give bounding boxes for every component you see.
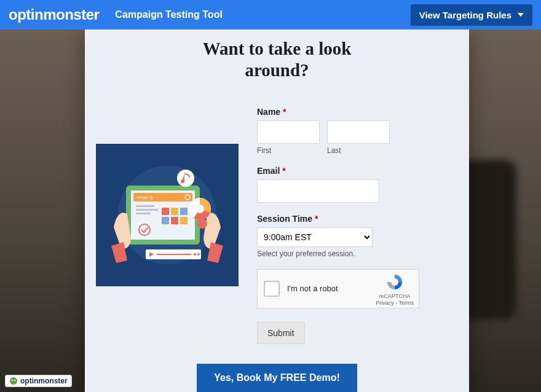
svg-rect-8 bbox=[136, 213, 151, 214]
svg-rect-12 bbox=[162, 217, 169, 224]
svg-point-26 bbox=[12, 380, 14, 382]
dropdown-label: View Targeting Rules bbox=[419, 10, 511, 20]
svg-point-18 bbox=[195, 205, 204, 213]
session-help-text: Select your preferred session. bbox=[257, 249, 452, 258]
svg-point-16 bbox=[177, 170, 194, 187]
email-input[interactable] bbox=[257, 179, 379, 203]
headline-line2: around? bbox=[245, 60, 309, 80]
brand-logo: optinmonster bbox=[9, 6, 103, 23]
first-sublabel: First bbox=[257, 146, 320, 155]
session-label: Session Time bbox=[257, 214, 312, 224]
last-sublabel: Last bbox=[327, 146, 390, 155]
svg-text:What is: What is bbox=[136, 195, 153, 200]
svg-rect-14 bbox=[180, 217, 188, 224]
illustration-panel: What is bbox=[96, 144, 239, 286]
top-bar: optinmonster Campaign Testing Tool View … bbox=[0, 0, 541, 29]
recaptcha-badge: reCAPTCHA Privacy - Terms bbox=[376, 273, 414, 307]
demo-form: Name * First Last Email * Session bbox=[257, 107, 452, 344]
submit-button[interactable]: Submit bbox=[257, 322, 305, 344]
svg-rect-10 bbox=[171, 208, 178, 215]
required-asterisk: * bbox=[282, 166, 285, 176]
svg-point-19 bbox=[197, 219, 207, 229]
recaptcha-checkbox[interactable] bbox=[264, 281, 280, 297]
last-name-input[interactable] bbox=[327, 120, 390, 144]
svg-point-27 bbox=[14, 380, 16, 382]
required-asterisk: * bbox=[283, 107, 286, 117]
svg-point-23 bbox=[194, 253, 196, 256]
svg-point-25 bbox=[10, 377, 17, 385]
view-targeting-rules-dropdown[interactable]: View Targeting Rules bbox=[411, 4, 532, 26]
recaptcha-links[interactable]: Privacy - Terms bbox=[376, 300, 414, 307]
svg-rect-6 bbox=[136, 205, 154, 207]
session-time-select[interactable]: 9:00am EST bbox=[257, 227, 373, 247]
recaptcha-caption: reCAPTCHA bbox=[376, 294, 414, 300]
svg-rect-22 bbox=[157, 254, 191, 255]
recaptcha-widget[interactable]: I'm not a robot reCAPTCHA Privacy - Term… bbox=[257, 269, 419, 308]
tablet-illustration-icon: What is bbox=[103, 154, 232, 276]
required-asterisk: * bbox=[315, 214, 318, 224]
svg-rect-9 bbox=[162, 208, 169, 215]
svg-rect-13 bbox=[171, 217, 178, 224]
optinmonster-badge[interactable]: optinmonster bbox=[5, 375, 72, 387]
name-label: Name bbox=[257, 107, 280, 117]
brand-text: optinmonster bbox=[9, 6, 99, 23]
book-demo-button[interactable]: Yes, Book My FREE Demo! bbox=[197, 364, 357, 392]
tool-title: Campaign Testing Tool bbox=[115, 9, 223, 20]
svg-point-24 bbox=[197, 253, 200, 256]
first-name-input[interactable] bbox=[257, 120, 320, 144]
email-label: Email bbox=[257, 166, 280, 176]
monster-icon bbox=[9, 377, 18, 385]
headline-line1: Want to take a look bbox=[203, 39, 352, 58]
chevron-down-icon bbox=[518, 13, 524, 17]
svg-rect-11 bbox=[180, 208, 188, 215]
recaptcha-label: I'm not a robot bbox=[287, 284, 338, 293]
recaptcha-icon bbox=[385, 273, 404, 291]
svg-rect-7 bbox=[136, 209, 158, 211]
demo-signup-modal: Want to take a look around? What is bbox=[85, 29, 469, 392]
svg-point-15 bbox=[139, 224, 150, 235]
modal-headline: Want to take a look around? bbox=[85, 38, 469, 81]
badge-text: optinmonster bbox=[20, 377, 68, 385]
